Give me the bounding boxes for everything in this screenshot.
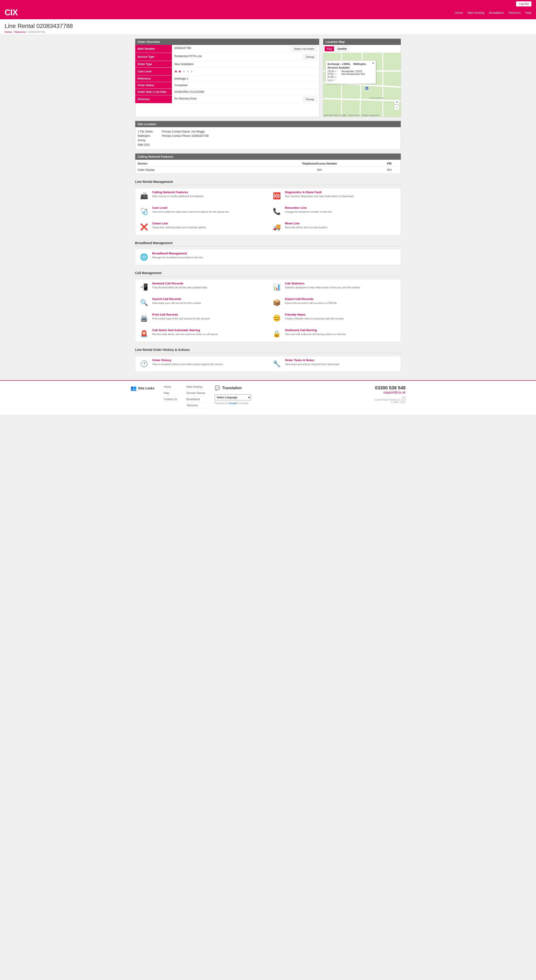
mgmt-item-barring[interactable]: 🔒 Outbound Call Barring View and edit ou…: [268, 326, 401, 342]
calling-network-features-table: Calling Network Features Service Telepho…: [135, 153, 401, 174]
logout-button[interactable]: Log Out: [516, 2, 531, 6]
value-reference: joebloggs 1: [172, 75, 319, 82]
map-zoom-in[interactable]: +: [394, 99, 399, 105]
table-row: Directory No Directory Entry Change: [135, 95, 319, 103]
value-main-number: 02083437788 Obtain Full Details: [172, 45, 319, 53]
mgmt-item-alerts[interactable]: 🚨 Call Alerts And Automatic Barring Rece…: [135, 326, 268, 342]
footer-link-help[interactable]: Help: [164, 391, 177, 396]
footer-version-number: Control Panel Version 16.1.0.3: [374, 399, 405, 401]
mgmt-item-calling-features[interactable]: 📠 Calling Network Features Add, remove o…: [135, 188, 268, 204]
cease-desc: Cease line, selecting date and continuit…: [152, 226, 206, 229]
label-directory: Directory: [135, 95, 172, 103]
broadband-text: Broadband Management Manage the broadban…: [152, 251, 203, 259]
nav-home[interactable]: Home: [455, 11, 463, 14]
site-address: 1 The Street Wallington Surrey SM6 2GG: [137, 129, 153, 147]
alerts-desc: Receive daily alerts, and set maximum li…: [152, 332, 217, 336]
barring-text: Outbound Call Barring View and edit outb…: [285, 328, 346, 336]
mgmt-item-diagnostics[interactable]: 🆘 Diagnostics & Raise Fault Run real-tim…: [268, 188, 401, 204]
mgmt-item-cease[interactable]: ❌ Cease Line Cease line, selecting date …: [135, 220, 268, 235]
mgmt-item-export[interactable]: 📦 Export Call Records Export this accoun…: [268, 295, 401, 310]
diagnostics-desc: Run real-time diagnostics and raise faul…: [285, 194, 354, 198]
star-5: ★: [190, 70, 193, 73]
mgmt-item-tasks[interactable]: 🔧 Order Tasks & Notes View tasks and act…: [268, 356, 401, 372]
tasks-text: Order Tasks & Notes View tasks and actio…: [285, 358, 340, 366]
mgmt-item-itemised[interactable]: 📲 Itemised Call Records Fully itemised b…: [135, 279, 268, 295]
mgmt-item-search[interactable]: 🔍 Search Call Records Interrogate your c…: [135, 295, 268, 310]
label-service-type: Service Type: [135, 53, 172, 61]
footer-link-webhosting[interactable]: Web Hosting: [187, 385, 206, 390]
order-history-section: Line Rental Order History & Actions 🕐 Or…: [135, 345, 401, 372]
change-directory-button[interactable]: Change: [303, 97, 317, 102]
value-directory: No Directory Entry Change: [172, 95, 319, 103]
broadband-item-title: Broadband Management: [152, 251, 203, 255]
location-map-header: Location Map: [323, 39, 401, 45]
mgmt-item-friendly[interactable]: 😊 Friendly Name Create a friendly name t…: [268, 310, 401, 326]
map-zoom-out[interactable]: −: [394, 105, 399, 110]
breadcrumb-home[interactable]: Home: [5, 30, 12, 34]
tasks-title: Order Tasks & Notes: [285, 358, 340, 362]
broadband-item-desc: Manage the broadband associated to this …: [152, 256, 203, 259]
friendly-text: Friendly Name Create a friendly name to …: [285, 313, 344, 320]
mgmt-item-print[interactable]: 🖨️ Print Call Records Print a hard copy …: [135, 310, 268, 326]
cease-icon: ❌: [139, 222, 150, 232]
footer-link-home[interactable]: Home: [164, 385, 177, 390]
move-text: Move Line Move the phone line to a new l…: [285, 222, 327, 229]
map-tooltip-close[interactable]: ✕: [372, 62, 374, 65]
map-tooltip-title: Exchange - LSWAL Wallington: [328, 62, 374, 65]
cease-title: Cease Line: [152, 222, 206, 225]
breadcrumb-telecoms[interactable]: Telecoms: [14, 30, 26, 34]
friendly-title: Friendly Name: [285, 313, 344, 316]
calling-features-content: Service Telephone/Access Number PIN Call…: [135, 160, 401, 174]
calling-features-icon: 📠: [139, 191, 150, 202]
language-select[interactable]: Select Language: [215, 395, 251, 400]
change-service-type-button[interactable]: Change: [303, 54, 317, 59]
move-title: Move Line: [285, 222, 327, 225]
value-order-status: Completed: [172, 82, 319, 89]
obtain-full-details-button[interactable]: Obtain Full Details: [291, 46, 317, 51]
broadband-management-section: Broadband Management 🌐 Broadband Managem…: [135, 239, 401, 265]
breadcrumb-current: 02083437788: [28, 30, 45, 34]
care-level-text: Care Level View and modify the Openreach…: [152, 206, 229, 213]
order-history-title: Line Rental Order History & Actions: [135, 345, 401, 353]
print-text: Print Call Records Print a hard copy of …: [152, 313, 210, 320]
search-desc: Interrogate your call records for this n…: [152, 301, 201, 305]
nav-help[interactable]: Help: [525, 11, 531, 14]
mgmt-item-broadband[interactable]: 🌐 Broadband Management Manage the broadb…: [135, 249, 401, 265]
call-stats-title: Call Statistics: [285, 282, 360, 285]
footer-link-contact[interactable]: Contact Us: [164, 398, 177, 402]
check-llu: ✓: [333, 79, 335, 81]
print-icon: 🖨️: [139, 313, 150, 324]
breadcrumb-sep2: /: [27, 30, 28, 34]
mgmt-item-order-history[interactable]: 🕐 Order History View a complete history …: [135, 356, 268, 372]
check-fttp: ✓: [335, 76, 337, 79]
search-icon: 🔍: [139, 297, 150, 308]
contact-name: Primary Contact Name: Joe Bloggs: [162, 129, 209, 134]
alerts-text: Call Alerts And Automatic Barring Receiv…: [152, 328, 217, 336]
nav-webhosting[interactable]: Web Hosting: [467, 11, 484, 14]
call-management-grid: 📲 Itemised Call Records Fully itemised b…: [135, 279, 401, 342]
mgmt-item-renumber[interactable]: 📞 Renumber Line Change the telephone num…: [268, 204, 401, 220]
footer-brand: CIX: [374, 396, 405, 399]
map-tab-satellite[interactable]: Satellite: [335, 46, 349, 51]
footer-link-domainnames[interactable]: Domain Names: [187, 391, 206, 396]
nav-broadband[interactable]: Broadband: [489, 11, 504, 14]
features-data-row: Caller Display N/A N/A: [137, 168, 399, 172]
mgmt-item-call-stats[interactable]: 📊 Call Statistics Statistics designed to…: [268, 279, 401, 295]
mgmt-item-move[interactable]: 🚚 Move Line Move the phone line to a new…: [268, 220, 401, 235]
footer-link-broadband[interactable]: Broadband: [187, 398, 206, 402]
export-text: Export Call Records Export this account'…: [285, 297, 337, 305]
contact-phone: Primary Contact Phone: 02083437788: [162, 134, 209, 138]
table-row: Order Type New Installation: [135, 61, 319, 68]
call-management-title: Call Management: [135, 269, 401, 276]
footer-link-telecoms[interactable]: Telecoms: [187, 404, 206, 409]
check-fttc: ✓: [335, 73, 337, 76]
barring-title: Outbound Call Barring: [285, 328, 346, 332]
value-care-level: ★ ★ ★ ★ ★: [172, 68, 319, 75]
line-rental-management-section: Line Rental Management 📠 Calling Network…: [135, 178, 401, 235]
site-contact: Primary Contact Name: Joe Bloggs Primary…: [162, 129, 209, 147]
mgmt-item-care-level[interactable]: 🩺 Care Level View and modify the Openrea…: [135, 204, 268, 220]
map-tab-map[interactable]: Map: [325, 46, 334, 51]
table-row: Order Status Completed: [135, 82, 319, 89]
nav-telecoms[interactable]: Telecoms: [508, 11, 521, 14]
value-order-type: New Installation: [172, 61, 319, 68]
